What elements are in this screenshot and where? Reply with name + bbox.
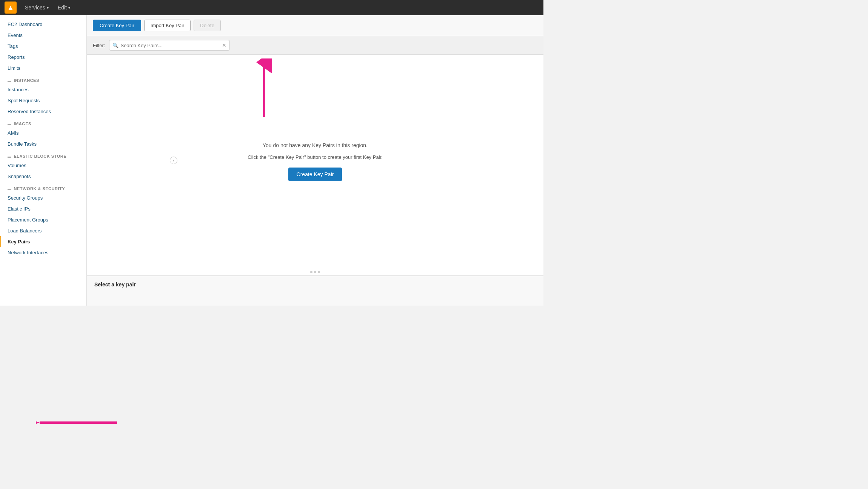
main-content: Create Key Pair Import Key Pair Delete F… — [87, 15, 543, 306]
search-wrapper: 🔍 ✕ — [109, 40, 230, 51]
scroll-dot — [318, 271, 320, 273]
filter-label: Filter: — [93, 43, 105, 48]
sidebar-item-label: Key Pairs — [8, 239, 30, 244]
clear-search-icon[interactable]: ✕ — [222, 42, 226, 48]
annotation-arrow-up — [249, 58, 279, 120]
sidebar-item-limits[interactable]: Limits — [0, 63, 86, 74]
section-label: IMAGES — [14, 121, 31, 126]
import-key-pair-button[interactable]: Import Key Pair — [144, 20, 191, 31]
filter-bar: Filter: 🔍 ✕ — [87, 36, 543, 55]
sidebar-item-ec2-dashboard[interactable]: EC2 Dashboard — [0, 19, 86, 30]
toolbar: Create Key Pair Import Key Pair Delete — [87, 15, 543, 36]
sidebar: EC2 Dashboard Events Tags Reports Limits… — [0, 15, 87, 306]
collapse-icon: ▬ — [8, 78, 12, 83]
sidebar-item-label: Spot Requests — [8, 98, 40, 103]
edit-menu[interactable]: Edit ▾ — [54, 3, 74, 12]
main-layout: EC2 Dashboard Events Tags Reports Limits… — [0, 15, 543, 306]
sidebar-item-reports[interactable]: Reports — [0, 52, 86, 63]
collapse-icon: ▬ — [8, 122, 12, 126]
bottom-panel-title: Select a key pair — [94, 281, 136, 288]
sidebar-section-instances: ▬ INSTANCES — [0, 74, 86, 84]
bottom-panel: Select a key pair — [87, 275, 543, 306]
sidebar-item-label: Reserved Instances — [8, 109, 51, 114]
sidebar-item-security-groups[interactable]: Security Groups — [0, 192, 86, 203]
scroll-dots — [87, 269, 543, 275]
sidebar-item-amis[interactable]: AMIs — [0, 128, 86, 138]
top-nav: ▲ Services ▾ Edit ▾ — [0, 0, 543, 15]
section-label: NETWORK & SECURITY — [14, 186, 65, 191]
search-input[interactable] — [121, 43, 220, 48]
sidebar-item-label: Volumes — [8, 163, 26, 168]
content-area: You do not have any Key Pairs in this re… — [87, 55, 543, 306]
sidebar-item-events[interactable]: Events — [0, 30, 86, 41]
services-chevron-icon: ▾ — [47, 6, 49, 10]
sidebar-item-placement-groups[interactable]: Placement Groups — [0, 214, 86, 225]
sidebar-item-load-balancers[interactable]: Load Balancers — [0, 225, 86, 236]
sidebar-item-label: Instances — [8, 87, 29, 92]
scroll-dot — [310, 271, 312, 273]
sidebar-item-reserved-instances[interactable]: Reserved Instances — [0, 106, 86, 117]
sidebar-section-images: ▬ IMAGES — [0, 117, 86, 128]
logo-icon: ▲ — [7, 4, 14, 12]
section-label: ELASTIC BLOCK STORE — [14, 154, 66, 158]
sidebar-item-elastic-ips[interactable]: Elastic IPs — [0, 203, 86, 214]
sidebar-item-network-interfaces[interactable]: Network Interfaces — [0, 247, 86, 258]
sidebar-item-label: Bundle Tasks — [8, 141, 37, 147]
sidebar-item-label: Reports — [8, 54, 25, 60]
create-key-pair-button[interactable]: Create Key Pair — [93, 20, 141, 31]
sidebar-item-label: Security Groups — [8, 195, 43, 201]
section-label: INSTANCES — [14, 78, 39, 83]
sidebar-item-label: EC2 Dashboard — [8, 22, 43, 27]
sidebar-item-volumes[interactable]: Volumes — [0, 160, 86, 171]
empty-state: You do not have any Key Pairs in this re… — [87, 55, 543, 269]
sidebar-item-label: Network Interfaces — [8, 250, 48, 255]
services-label: Services — [25, 5, 45, 11]
sidebar-item-label: Tags — [8, 43, 18, 49]
sidebar-collapse-button[interactable]: ‹ — [170, 157, 177, 164]
sidebar-item-snapshots[interactable]: Snapshots — [0, 171, 86, 182]
sidebar-item-tags[interactable]: Tags — [0, 41, 86, 52]
sidebar-item-label: Placement Groups — [8, 217, 48, 223]
delete-button: Delete — [194, 20, 221, 31]
sidebar-item-label: Load Balancers — [8, 228, 42, 234]
sidebar-item-bundle-tasks[interactable]: Bundle Tasks — [0, 138, 86, 149]
scroll-dot — [314, 271, 316, 273]
sidebar-item-label: Elastic IPs — [8, 206, 31, 212]
edit-label: Edit — [58, 5, 67, 11]
sidebar-item-label: Snapshots — [8, 174, 31, 179]
sidebar-item-key-pairs[interactable]: Key Pairs — [0, 236, 86, 247]
services-menu[interactable]: Services ▾ — [21, 3, 52, 12]
collapse-icon: ▬ — [8, 154, 12, 158]
aws-logo: ▲ — [5, 2, 17, 14]
sidebar-item-spot-requests[interactable]: Spot Requests — [0, 95, 86, 106]
sidebar-section-ebs: ▬ ELASTIC BLOCK STORE — [0, 149, 86, 160]
empty-state-line2: Click the "Create Key Pair" button to cr… — [248, 154, 383, 160]
collapse-icon: ▬ — [8, 187, 12, 191]
sidebar-item-label: Limits — [8, 65, 20, 71]
sidebar-section-network-security: ▬ NETWORK & SECURITY — [0, 182, 86, 192]
sidebar-item-instances[interactable]: Instances — [0, 84, 86, 95]
search-icon: 🔍 — [112, 43, 119, 48]
sidebar-item-label: AMIs — [8, 130, 19, 136]
create-key-pair-main-button[interactable]: Create Key Pair — [288, 168, 342, 181]
empty-state-line1: You do not have any Key Pairs in this re… — [263, 142, 368, 148]
edit-chevron-icon: ▾ — [68, 6, 70, 10]
sidebar-item-label: Events — [8, 32, 23, 38]
